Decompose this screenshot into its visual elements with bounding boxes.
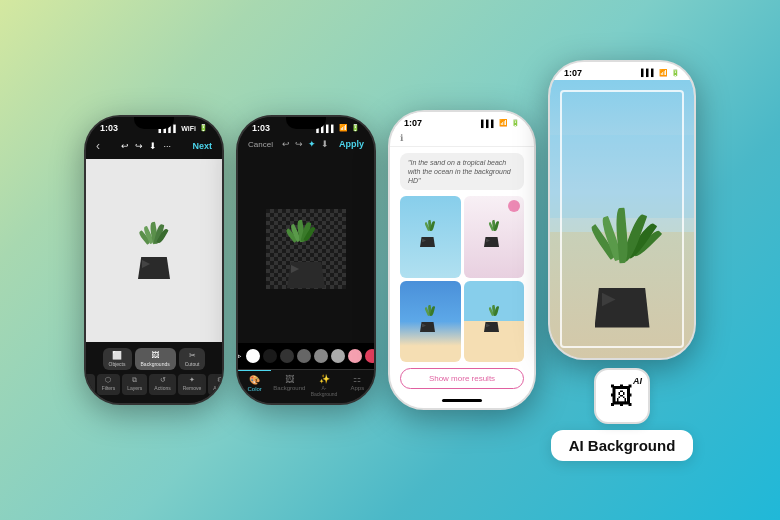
apply-button-2[interactable]: Apply: [339, 139, 364, 149]
tab-apps[interactable]: ⚏ Apps: [341, 370, 374, 403]
home-indicator-3: [442, 399, 482, 402]
color-black1[interactable]: [263, 349, 277, 363]
ai-superscript: AI: [633, 376, 642, 386]
pot-body-2: [287, 262, 325, 288]
grid-cell-1[interactable]: [400, 196, 461, 277]
adjust-tool[interactable]: ⚙ Adjust: [208, 374, 222, 395]
backgrounds-icon: 🖼: [151, 351, 159, 360]
grid-plant-4: [464, 281, 525, 336]
grid-leaves-1: [420, 220, 440, 237]
color-gray[interactable]: [314, 349, 328, 363]
remove-tool[interactable]: ✦ Remove: [178, 374, 207, 395]
more-icon-1[interactable]: ···: [163, 141, 171, 151]
notch-2: [286, 117, 326, 129]
backgrounds-label: Backgrounds: [141, 361, 170, 367]
tab-apps-label: Apps: [351, 385, 365, 391]
search-box-3: "In the sand on a tropical beach with th…: [400, 153, 524, 190]
notch-1: [134, 117, 174, 129]
plant-leaves-2: [281, 220, 331, 262]
add-tool[interactable]: ＋ Add: [86, 374, 95, 395]
redo-icon-1[interactable]: ↪: [135, 141, 143, 151]
grid-cell-2[interactable]: [464, 196, 525, 277]
color-light[interactable]: [331, 349, 345, 363]
pen-icon[interactable]: ✏: [238, 351, 241, 362]
tab-color-icon: 🎨: [249, 375, 260, 385]
ai-badge-icon: 🖼 AI: [594, 368, 650, 424]
phone-3-search: 1:07 ▌▌▌ 📶 🔋 ℹ "In the sand on a tropica…: [388, 110, 536, 410]
image-area-1: [86, 159, 222, 342]
plant-cutout-2: [281, 220, 331, 288]
sub-tools: ＋ Add ⬡ Filters ⧉ Layers ↺ Actions ✦ R: [94, 374, 214, 395]
download-icon-1[interactable]: ⬇: [149, 141, 157, 151]
cutout-tool[interactable]: ✂ Cutout: [179, 348, 206, 370]
status-icons-4: ▌▌▌ 📶 🔋: [641, 69, 680, 77]
back-icon-1[interactable]: ‹: [96, 139, 100, 153]
tab-a-background[interactable]: ✨ A-Background: [307, 370, 340, 403]
color-row: ✏: [238, 343, 374, 369]
image-area-2: [238, 155, 374, 343]
tab-abg-icon: ✨: [319, 374, 330, 384]
top-bar-1: ‹ ↩ ↪ ⬇ ··· Next: [86, 135, 222, 159]
color-red[interactable]: [365, 349, 374, 363]
cancel-button-2[interactable]: Cancel: [248, 140, 273, 149]
color-mid[interactable]: [297, 349, 311, 363]
layers-tool[interactable]: ⧉ Layers: [122, 374, 147, 395]
show-more-button[interactable]: Show more results: [400, 368, 524, 389]
image-grid-3: [400, 196, 524, 362]
grid-plant-1: [400, 196, 461, 251]
tab-bg-icon: 🖼: [285, 374, 294, 384]
tab-color[interactable]: 🎨 Color: [238, 370, 271, 403]
grid-leaves-4: [484, 305, 504, 322]
image-icon: 🖼: [610, 384, 634, 408]
next-button-1[interactable]: Next: [192, 141, 212, 151]
tab-background[interactable]: 🖼 Background: [271, 370, 307, 403]
main-tools: ⬜ Objects 🖼 Backgrounds ✂ Cutout: [94, 348, 214, 370]
status-bar-4: 1:07 ▌▌▌ 📶 🔋: [550, 62, 694, 80]
phone-4-wrapper: 1:07 ▌▌▌ 📶 🔋: [548, 60, 696, 461]
grid-cell-3[interactable]: [400, 281, 461, 362]
magic-2[interactable]: ✦: [308, 139, 316, 149]
search-text-3: "In the sand on a tropical beach with th…: [408, 159, 511, 184]
show-more-label: Show more results: [429, 374, 495, 383]
status-bar-3: 1:07 ▌▌▌ 📶 🔋: [390, 112, 534, 130]
tab-row-2: 🎨 Color 🖼 Background ✨ A-Background ⚏ Ap…: [238, 369, 374, 403]
backgrounds-tool[interactable]: 🖼 Backgrounds: [135, 348, 176, 370]
grid-plant-inner-4: [484, 305, 504, 332]
actions-tool[interactable]: ↺ Actions: [149, 374, 175, 395]
objects-tool[interactable]: ⬜ Objects: [103, 348, 132, 370]
undo-icon-1[interactable]: ↩: [121, 141, 129, 151]
grid-leaves-3: [420, 305, 440, 322]
cutout-icon: ✂: [189, 351, 196, 360]
haze-4: [550, 135, 694, 218]
undo-2[interactable]: ↩: [282, 139, 290, 149]
ai-badge-area: 🖼 AI AI Background: [551, 368, 694, 461]
objects-icon: ⬜: [112, 351, 122, 360]
tab-bg-label: Background: [273, 385, 305, 391]
grid-plant-inner-2: [484, 220, 504, 247]
grid-cell-4[interactable]: [464, 281, 525, 362]
phone-4-featured: 1:07 ▌▌▌ 📶 🔋: [548, 60, 696, 360]
phone-1-editor: 1:03 ▌▌▌▌ WiFi 🔋 ‹ ↩ ↪ ⬇ ··· Next: [84, 115, 224, 405]
cutout-label: Cutout: [185, 361, 200, 367]
plant-leaves-1: [134, 222, 174, 257]
color-white[interactable]: [246, 349, 260, 363]
download-2[interactable]: ⬇: [321, 139, 329, 149]
search-bar-3: ℹ: [390, 130, 534, 147]
featured-image-4: [550, 80, 694, 358]
featured-plant-4: [587, 208, 657, 328]
grid-leaves-2: [484, 220, 504, 237]
info-icon-3: ℹ: [400, 133, 403, 143]
time-2: 1:03: [252, 123, 270, 133]
redo-2[interactable]: ↪: [295, 139, 303, 149]
grid-plant-inner-3: [420, 305, 440, 332]
color-pink[interactable]: [348, 349, 362, 363]
phone-2-bg-remove: 1:03 ▌▌▌▌ 📶 🔋 Cancel ↩ ↪ ✦ ⬇ Apply: [236, 115, 376, 405]
top-bar-2: Cancel ↩ ↪ ✦ ⬇ Apply: [238, 135, 374, 155]
objects-label: Objects: [109, 361, 126, 367]
ai-background-label: AI Background: [551, 430, 694, 461]
filters-tool[interactable]: ⬡ Filters: [97, 374, 121, 395]
featured-leaves-4: [587, 208, 657, 288]
color-dark[interactable]: [280, 349, 294, 363]
tab-apps-icon: ⚏: [353, 374, 361, 384]
tab-color-label: Color: [247, 386, 261, 392]
